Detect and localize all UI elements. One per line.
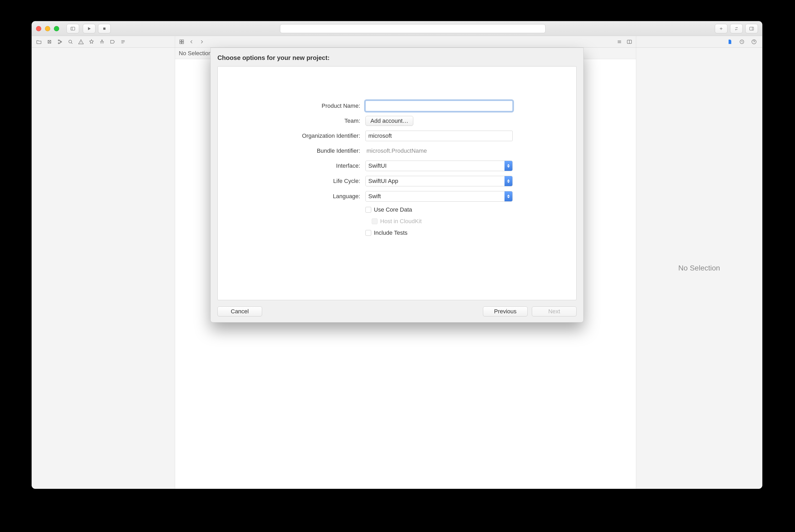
issue-navigator-icon[interactable]	[78, 38, 84, 45]
folder-navigator-icon[interactable]	[36, 38, 42, 45]
stepper-icon	[505, 176, 512, 186]
svg-rect-25	[182, 42, 184, 43]
svg-rect-24	[180, 42, 182, 43]
interface-select[interactable]: SwiftUI	[365, 160, 513, 171]
symbol-navigator-icon[interactable]	[57, 38, 63, 45]
include-tests-label: Include Tests	[374, 229, 408, 236]
use-core-data-label: Use Core Data	[374, 206, 412, 213]
sidebar-icon	[70, 26, 75, 31]
lifecycle-label: Life Cycle:	[333, 178, 360, 185]
host-cloudkit-row: Host in CloudKit	[372, 218, 513, 225]
svg-rect-11	[58, 40, 59, 41]
use-core-data-row[interactable]: Use Core Data	[365, 206, 513, 213]
xcode-window: No Selection No Selection Choose options…	[32, 21, 762, 489]
sidebar-toggle-button[interactable]	[67, 24, 79, 33]
svg-rect-0	[71, 27, 75, 30]
include-tests-row[interactable]: Include Tests	[365, 229, 513, 236]
svg-rect-3	[103, 27, 106, 30]
svg-rect-12	[58, 43, 59, 44]
previous-button[interactable]: Previous	[483, 306, 528, 317]
svg-rect-23	[182, 40, 184, 41]
panel-toggle-button[interactable]	[745, 24, 758, 33]
lifecycle-select[interactable]: SwiftUI App	[365, 176, 513, 186]
editor-options-icon[interactable]	[616, 38, 623, 45]
scheme-activity-field[interactable]	[280, 24, 546, 33]
language-select-value: Swift	[368, 193, 381, 200]
go-back-icon[interactable]	[188, 38, 195, 45]
stop-button[interactable]	[98, 24, 111, 33]
code-review-button[interactable]	[730, 24, 743, 33]
bundle-id-label: Bundle Identifier:	[317, 148, 360, 154]
go-forward-icon[interactable]	[198, 38, 205, 45]
history-inspector-icon[interactable]	[738, 38, 745, 45]
test-navigator-icon[interactable]	[88, 38, 95, 45]
run-button[interactable]	[83, 24, 95, 33]
next-button: Next	[532, 306, 576, 317]
svg-rect-13	[61, 41, 62, 42]
editor-jump-bar	[175, 36, 636, 47]
lifecycle-select-value: SwiftUI App	[368, 178, 398, 185]
add-account-button[interactable]: Add account…	[365, 116, 413, 126]
scheme-field-wrap	[114, 24, 711, 33]
checkbox-icon	[365, 207, 371, 213]
product-name-label: Product Name:	[322, 102, 360, 109]
sheet-form-panel: Product Name: Team: Add account… Organiz…	[217, 66, 576, 300]
svg-line-15	[71, 43, 72, 44]
new-project-options-sheet: Choose options for your new project: Pro…	[210, 48, 584, 323]
svg-rect-22	[180, 40, 182, 41]
zoom-window[interactable]	[54, 26, 59, 31]
play-icon	[87, 26, 92, 31]
svg-point-14	[69, 40, 72, 43]
svg-point-17	[81, 43, 81, 43]
sheet-footer: Cancel Previous Next	[217, 306, 576, 317]
jump-bar-status-text: No Selection	[179, 50, 212, 57]
host-cloudkit-label: Host in CloudKit	[380, 218, 422, 225]
checkbox-icon	[365, 230, 371, 236]
language-label: Language:	[333, 193, 360, 200]
org-id-input[interactable]	[365, 131, 513, 141]
plus-icon	[719, 26, 724, 31]
interface-select-value: SwiftUI	[368, 163, 387, 169]
project-options-form: Product Name: Team: Add account… Organiz…	[281, 101, 513, 236]
titlebar	[32, 21, 762, 36]
svg-marker-2	[88, 27, 91, 30]
checkbox-icon	[372, 218, 378, 224]
breakpoint-navigator-icon[interactable]	[109, 38, 116, 45]
report-navigator-icon[interactable]	[120, 38, 127, 45]
project-navigator	[32, 48, 175, 489]
swap-icon	[734, 26, 739, 31]
inspector-no-selection: No Selection	[678, 264, 720, 272]
org-id-label: Organization Identifier:	[302, 132, 360, 139]
stop-icon	[102, 26, 107, 31]
sheet-title: Choose options for your new project:	[217, 54, 576, 61]
interface-label: Interface:	[336, 163, 360, 169]
inspector-selector	[636, 36, 762, 47]
navigator-selector	[32, 36, 175, 47]
library-add-button[interactable]	[715, 24, 727, 33]
panels-icon	[749, 26, 754, 31]
cancel-button[interactable]: Cancel	[217, 306, 262, 317]
inspector-panel: No Selection	[636, 48, 762, 489]
stepper-icon	[505, 191, 512, 201]
svg-rect-6	[750, 27, 754, 30]
navigator-toolbar-row	[32, 36, 762, 48]
traffic-lights	[36, 26, 59, 31]
help-inspector-icon[interactable]	[751, 38, 757, 45]
file-inspector-icon[interactable]	[726, 38, 733, 45]
debug-navigator-icon[interactable]	[99, 38, 106, 45]
add-editor-icon[interactable]	[626, 38, 633, 45]
find-navigator-icon[interactable]	[67, 38, 74, 45]
minimize-window[interactable]	[45, 26, 50, 31]
team-label: Team:	[344, 117, 360, 124]
svg-point-18	[101, 40, 102, 41]
close-window[interactable]	[36, 26, 41, 31]
stepper-icon	[505, 161, 512, 171]
language-select[interactable]: Swift	[365, 191, 513, 202]
bundle-id-value: microsoft.ProductName	[365, 146, 513, 156]
related-items-icon[interactable]	[178, 38, 185, 45]
product-name-input[interactable]	[365, 101, 513, 111]
source-control-navigator-icon[interactable]	[46, 38, 53, 45]
